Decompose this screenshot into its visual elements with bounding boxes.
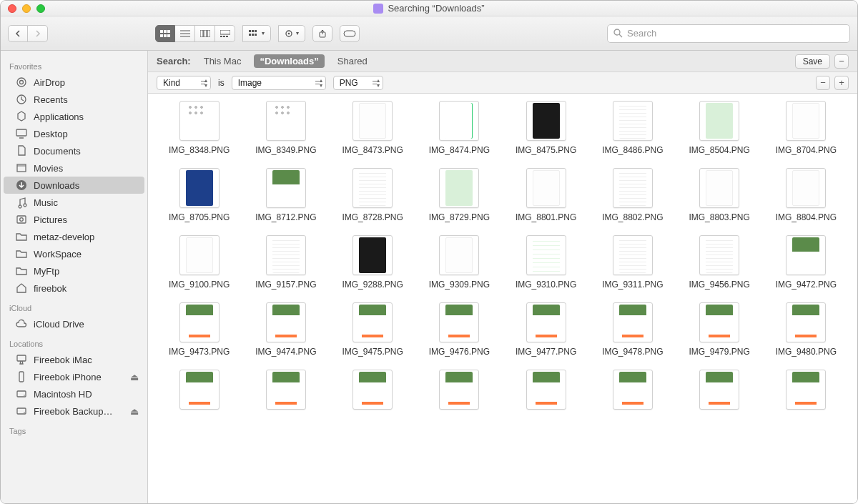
save-search-button[interactable]: Save [795, 54, 830, 69]
sidebar-item-downloads[interactable]: Downloads [4, 177, 144, 194]
chevron-down-icon: ▾ [296, 30, 299, 36]
file-item[interactable] [245, 370, 327, 414]
file-item[interactable] [158, 370, 240, 414]
file-item[interactable]: IMG_9475.PNG [332, 302, 414, 357]
sidebar-item-label: Music [34, 197, 58, 208]
eject-icon[interactable]: ⏏ [130, 406, 139, 417]
scope-downloads[interactable]: “Downloads” [254, 54, 324, 68]
sidebar-item-fireebok-imac[interactable]: Fireebok iMac [1, 351, 147, 368]
file-item[interactable]: IMG_8704.PNG [765, 101, 847, 155]
file-thumbnail [699, 168, 739, 208]
sidebar-item-airdrop[interactable]: AirDrop [1, 74, 147, 91]
sidebar-item-desktop[interactable]: Desktop [1, 125, 147, 142]
sidebar-item-recents[interactable]: Recents [1, 91, 147, 108]
file-item[interactable] [679, 370, 761, 414]
sidebar-item-label: metaz-develop [34, 232, 94, 242]
file-item[interactable]: IMG_9309.PNG [418, 235, 500, 290]
file-name-label: IMG_8348.PNG [169, 145, 230, 155]
svg-point-43 [24, 412, 25, 413]
view-gallery-button[interactable] [215, 25, 235, 42]
file-item[interactable]: IMG_9473.PNG [158, 302, 240, 357]
file-item[interactable]: IMG_8801.PNG [505, 168, 587, 222]
sidebar-item-documents[interactable]: Documents [1, 142, 147, 159]
view-list-button[interactable] [175, 25, 195, 42]
window-title-text: Searching “Downloads” [388, 3, 484, 14]
sidebar-item-fireebok[interactable]: fireebok [1, 280, 147, 297]
file-item[interactable] [765, 370, 847, 414]
file-item[interactable]: IMG_9479.PNG [679, 302, 761, 357]
file-item[interactable]: IMG_9478.PNG [591, 302, 674, 357]
folder-icon [15, 265, 28, 277]
folder-icon [15, 230, 28, 243]
file-item[interactable]: IMG_9477.PNG [505, 302, 587, 357]
sidebar-item-macintosh-hd[interactable]: Macintosh HD [1, 385, 147, 402]
remove-criteria-button[interactable]: − [834, 54, 849, 69]
file-item[interactable]: IMG_8474.PNG [418, 101, 500, 155]
view-icon-button[interactable] [155, 25, 175, 42]
file-item[interactable]: IMG_8705.PNG [158, 168, 240, 222]
file-item[interactable]: IMG_9288.PNG [332, 235, 414, 290]
file-thumbnail [526, 302, 566, 342]
file-item[interactable]: IMG_9310.PNG [505, 235, 587, 290]
file-name-label: IMG_9474.PNG [255, 347, 316, 357]
forward-button[interactable] [28, 25, 48, 42]
svg-rect-18 [255, 30, 257, 32]
group-by-button[interactable]: ▾ [242, 25, 271, 42]
filter-value2-select[interactable]: PNG ▴▾ [333, 76, 383, 90]
file-thumbnail [786, 370, 826, 410]
sidebar-item-label: Desktop [34, 129, 68, 139]
sidebar-item-label: Downloads [34, 180, 79, 191]
search-input[interactable] [627, 28, 844, 39]
file-item[interactable]: IMG_8475.PNG [505, 101, 587, 155]
back-button[interactable] [8, 25, 28, 42]
search-field-container[interactable] [607, 24, 850, 43]
sidebar-item-fireebok-iphone[interactable]: Fireebok iPhone⏏ [1, 368, 147, 385]
file-item[interactable]: IMG_9472.PNG [765, 235, 847, 290]
file-item[interactable]: IMG_8348.PNG [158, 101, 240, 155]
file-item[interactable] [591, 370, 674, 414]
action-menu-button[interactable]: ▾ [278, 25, 305, 42]
file-item[interactable]: IMG_9100.PNG [158, 235, 240, 290]
file-item[interactable]: IMG_8802.PNG [591, 168, 674, 222]
file-item[interactable]: IMG_8712.PNG [245, 168, 327, 222]
add-filter-button[interactable]: + [834, 76, 849, 90]
file-item[interactable]: IMG_8349.PNG [245, 101, 327, 155]
sidebar-item-myftp[interactable]: MyFtp [1, 262, 147, 280]
file-item[interactable]: IMG_8729.PNG [418, 168, 500, 222]
sidebar-item-movies[interactable]: Movies [1, 159, 147, 177]
svg-rect-19 [249, 34, 251, 36]
filter-value1-select[interactable]: Image ▴▾ [232, 76, 326, 90]
file-item[interactable]: IMG_8803.PNG [679, 168, 761, 222]
share-button[interactable] [312, 25, 332, 42]
file-thumbnail [786, 101, 826, 141]
file-item[interactable]: IMG_8473.PNG [332, 101, 414, 155]
file-item[interactable]: IMG_9311.PNG [591, 235, 674, 290]
sidebar-item-label: iCloud Drive [34, 319, 84, 330]
sidebar-item-applications[interactable]: Applications [1, 108, 147, 125]
file-item[interactable]: IMG_9480.PNG [765, 302, 847, 357]
file-item[interactable]: IMG_8804.PNG [765, 168, 847, 222]
file-item[interactable] [332, 370, 414, 414]
scope-this-mac[interactable]: This Mac [198, 54, 247, 68]
tags-button[interactable] [340, 25, 360, 42]
filter-attribute-select[interactable]: Kind ▴▾ [157, 76, 211, 90]
file-item[interactable]: IMG_9476.PNG [418, 302, 500, 357]
sidebar-item-fireebok-backup-[interactable]: Fireebok Backup…⏏ [1, 402, 147, 420]
file-item[interactable]: IMG_9456.PNG [679, 235, 761, 290]
file-item[interactable]: IMG_8504.PNG [679, 101, 761, 155]
file-item[interactable] [505, 370, 587, 414]
scope-shared[interactable]: Shared [332, 54, 373, 68]
remove-filter-button[interactable]: − [816, 76, 830, 90]
file-item[interactable] [418, 370, 500, 414]
file-item[interactable]: IMG_9474.PNG [245, 302, 327, 357]
file-item[interactable]: IMG_9157.PNG [245, 235, 327, 290]
sidebar-item-metaz-develop[interactable]: metaz-develop [1, 228, 147, 245]
file-item[interactable]: IMG_8728.PNG [332, 168, 414, 222]
sidebar-item-music[interactable]: Music [1, 194, 147, 211]
eject-icon[interactable]: ⏏ [130, 372, 139, 382]
sidebar-item-workspace[interactable]: WorkSpace [1, 245, 147, 262]
view-column-button[interactable] [195, 25, 215, 42]
file-item[interactable]: IMG_8486.PNG [591, 101, 674, 155]
sidebar-item-icloud-drive[interactable]: iCloud Drive [1, 315, 147, 332]
sidebar-item-pictures[interactable]: Pictures [1, 211, 147, 228]
